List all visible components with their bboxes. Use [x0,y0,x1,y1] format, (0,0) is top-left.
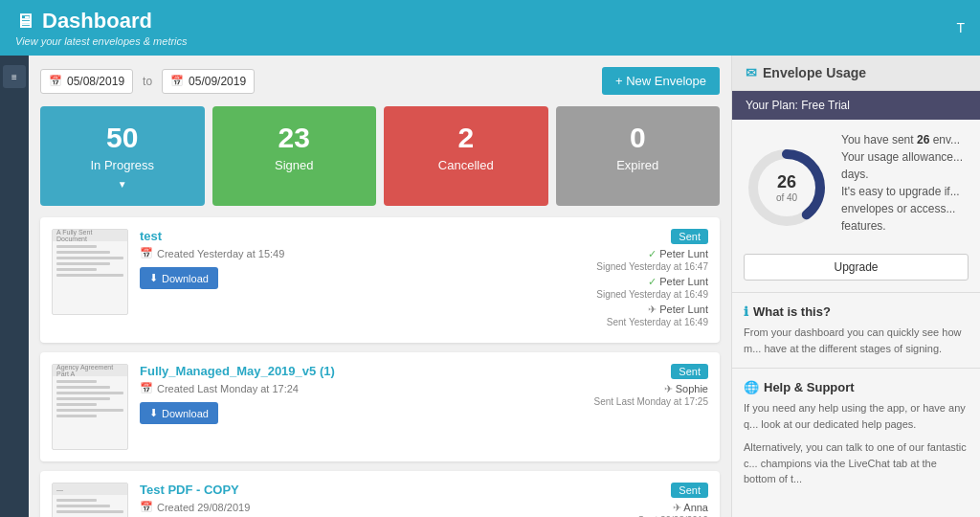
thumb-title: A Fully Sent Document [56,229,123,242]
calendar-icon-env: 📅 [140,247,153,259]
send-icon-0: ✈ [648,303,657,315]
left-panel: 📅 05/08/2019 to 📅 05/09/2019 + New Envel… [29,56,731,517]
envelope-right-1: Sent ✈ Sophie Sent Last Monday at 17:25 [555,364,708,411]
stat-number-1: 23 [222,122,368,154]
donut-container: 26 of 40 You have sent 26 env... Your us… [744,131,969,244]
thumb-title-2: — [56,486,63,493]
envelope-right-2: Sent ✈ Anna Sent 30/08/2019 [555,483,708,517]
envelope-card-0: A Fully Sent Document test 📅 [40,217,720,343]
stat-number-2: 2 [393,122,539,154]
donut-chart: 26 of 40 [744,145,830,231]
download-icon-1: ⬇ [149,407,158,419]
to-date-value: 05/09/2019 [189,75,246,88]
signer-name-1: Peter Lunt [659,276,708,287]
from-date-input[interactable]: 📅 05/08/2019 [40,69,133,94]
page-title: Dashboard [42,9,152,34]
send-icon-2: ✈ [673,502,681,513]
calendar-icon-to: 📅 [170,75,184,87]
envelope-signers-0: ✓ Peter Lunt Signed Yesterday at 16:47 ✓… [596,248,708,331]
thumb-title-1: Agency Agreement Part A [56,364,123,377]
to-date-input[interactable]: 📅 05/09/2019 [162,69,255,94]
thumb-line [56,499,97,502]
thumb-lines [53,241,127,283]
envelope-content-2: Test PDF - COPY 📅 Created 29/08/2019 [140,483,544,513]
usage-bold: 26 [917,133,929,146]
what-is-this-label: What is this? [753,304,831,319]
signer-time-3: Sent Last Monday at 17:25 [593,396,708,407]
from-date-value: 05/08/2019 [67,75,124,88]
thumb-header-1: Agency Agreement Part A [53,365,127,376]
main-container: ≡ 📅 05/08/2019 to 📅 05/09/2019 + New Env… [0,56,980,517]
stat-cancelled[interactable]: 2 Cancelled [384,106,548,206]
thumb-line [56,415,97,417]
envelope-meta-2: 📅 Created 29/08/2019 [140,501,544,513]
envelope-thumbnail-2: — [52,483,128,517]
envelope-list: A Fully Sent Document test 📅 [40,217,720,517]
envelope-usage-header: ✉ Envelope Usage [732,56,980,91]
signer-name-2: Peter Lunt [659,303,708,315]
info-icon: ℹ [744,304,748,319]
download-button-1[interactable]: ⬇ Download [140,402,218,424]
envelope-signers-1: ✈ Sophie Sent Last Monday at 17:25 [593,383,708,411]
header-title: 🖥 Dashboard [15,9,188,34]
download-button-0[interactable]: ⬇ Download [140,267,218,289]
header: 🖥 Dashboard View your latest envelopes &… [0,0,980,56]
check-icon-0: ✓ [648,248,657,259]
stat-in-progress[interactable]: 50 In Progress [40,106,205,206]
signer-row-2: ✈ Peter Lunt Sent Yesterday at 16:49 [596,303,708,327]
signer-time-2: Sent Yesterday at 16:49 [607,317,708,327]
thumb-line [56,262,110,265]
sent-badge-1: Sent [671,364,708,379]
help-section: 🌐 Help & Support If you need any help us… [732,368,980,499]
donut-total: 40 [787,192,797,203]
envelope-title-0[interactable]: test [140,229,162,243]
right-panel: ✉ Envelope Usage Your Plan: Free Trial 2… [731,56,980,517]
what-is-this-section: ℹ What is this? From your dashboard you … [732,292,980,368]
dashboard-icon: 🖥 [15,11,34,33]
stat-expired[interactable]: 0 Expired [556,106,721,206]
stat-label-0: In Progress [50,158,195,172]
usage-text-before: You have sent [841,133,917,146]
stat-label-1: Signed [222,158,368,172]
envelope-usage-title: Envelope Usage [763,65,866,80]
plan-bar: Your Plan: Free Trial [732,91,980,120]
thumb-line [56,257,123,259]
envelope-meta-1: 📅 Created Last Monday at 17:24 [140,382,544,394]
help-icon: 🌐 [744,380,759,394]
sent-badge-0: Sent [671,229,708,244]
thumb-line [56,251,110,254]
signer-row-3: ✈ Sophie Sent Last Monday at 17:25 [593,383,708,407]
stat-signed[interactable]: 23 Signed [212,106,377,206]
thumb-lines-2 [53,495,127,517]
help-text-1: If you need any help using the app, or h… [744,400,969,432]
plan-label: Your Plan: Free Trial [746,99,850,112]
thumb-line [56,245,97,248]
nav-item-1[interactable]: ≡ [3,65,26,88]
thumb-line [56,409,123,412]
thumb-line [56,268,97,271]
thumb-line [56,392,123,394]
stat-number-0: 50 [50,122,195,154]
donut-label: 26 of 40 [776,172,797,203]
envelope-content-1: Fully_Managed_May_2019_v5 (1) 📅 Created … [140,364,544,424]
stat-number-3: 0 [566,122,711,154]
download-icon-0: ⬇ [149,272,158,284]
upgrade-button[interactable]: Upgrade [744,254,969,281]
thumb-header-2: — [53,483,127,495]
envelope-title-1[interactable]: Fully_Managed_May_2019_v5 (1) [140,364,335,378]
thumb-lines-1 [53,376,127,424]
donut-number: 26 [776,172,797,192]
envelope-created-1: Created Last Monday at 17:24 [157,383,299,394]
envelope-thumbnail-0: A Fully Sent Document [52,229,128,315]
upgrade-hint: It's easy to upgrade if... envelopes or … [841,185,960,233]
download-label-0: Download [162,273,209,284]
envelope-title-2[interactable]: Test PDF - COPY [140,483,239,497]
new-envelope-button[interactable]: + New Envelope [602,67,720,95]
header-subtitle: View your latest envelopes & metrics [15,35,188,47]
help-title-label: Help & Support [764,380,855,394]
thumb-line [56,505,110,507]
envelope-card-1: Agency Agreement Part A Fully_Managed_Ma… [40,352,720,461]
envelope-meta-0: 📅 Created Yesterday at 15:49 [140,247,544,259]
usage-description: You have sent 26 env... Your usage allow… [841,131,969,235]
sent-badge-2: Sent [671,483,708,498]
